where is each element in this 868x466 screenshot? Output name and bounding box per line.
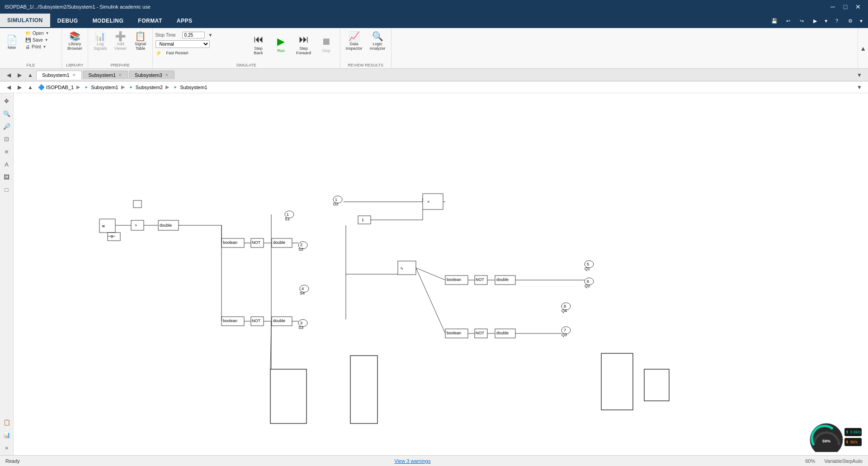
sidebar-image-button[interactable]: 🖼 [1, 171, 13, 183]
sidebar-zoom-out-button[interactable]: 🔎 [1, 120, 13, 132]
simulink-canvas: ≋ > 0 double 1 S1 boolean [14, 93, 868, 455]
svg-text:>: > [135, 223, 137, 228]
svg-text:×: × [427, 200, 429, 204]
ribbon-library-section: 📚 LibraryBrowser LIBRARY [62, 28, 88, 68]
breadcrumb-sub3[interactable]: 🔹 Subsystem1 [170, 83, 209, 91]
left-sidebar: ✥ 🔍 🔎 ⊡ ≡ A 🖼 □ 📋 📊 » [0, 93, 14, 455]
ribbon-review-section: 📈 DataInspector 🔍 LogicAnalyzer REVIEW R… [340, 28, 392, 68]
toolbar-undo-icon[interactable]: ↩ [783, 16, 793, 26]
step-forward-icon: ⏭ [299, 33, 309, 45]
svg-text:0: 0 [111, 234, 113, 239]
sidebar-filter-button[interactable]: ≡ [1, 146, 13, 157]
close-button[interactable]: ✕ [853, 3, 863, 11]
tab-subsystem3[interactable]: Subsystem3 ✕ [129, 71, 175, 79]
open-button[interactable]: 📁 Open ▼ [23, 30, 59, 37]
sidebar-expand-button[interactable]: » [1, 442, 13, 453]
canvas-area[interactable]: ≋ > 0 double 1 S1 boolean [14, 93, 868, 455]
new-button[interactable]: 📄 New [3, 30, 21, 55]
stop-button[interactable]: ⏹ Stop [316, 32, 337, 57]
sidebar-text-button[interactable]: A [1, 158, 13, 170]
svg-rect-2 [131, 220, 144, 230]
run-button[interactable]: ▶ Run [270, 32, 292, 57]
ribbon-file-section: 📄 New 📁 Open ▼ 💾 Save ▼ 🖨 Print [0, 28, 62, 68]
nav-up-button[interactable]: ▲ [25, 70, 35, 80]
svg-text:double: double [496, 331, 509, 335]
sidebar-bottom2-button[interactable]: 📊 [1, 429, 13, 441]
print-button[interactable]: 🖨 Print ▼ [23, 43, 59, 50]
sidebar-fit-button[interactable]: ⊡ [1, 133, 13, 145]
breadcrumb-isopdab[interactable]: 🔷 ISOPDAB_1 [36, 83, 75, 91]
tab-label-2: Subsystem1 [89, 72, 116, 78]
svg-text:3: 3 [300, 321, 302, 325]
menu-debug[interactable]: DEBUG [50, 14, 85, 28]
menu-simulation[interactable]: SIMULATION [0, 14, 50, 28]
toolbar-play-icon[interactable]: ▶ [810, 16, 820, 26]
svg-rect-69 [644, 369, 669, 401]
tab-close-3[interactable]: ✕ [165, 73, 169, 77]
svg-text:double: double [273, 319, 285, 323]
svg-text:double: double [496, 277, 509, 282]
svg-text:8: 8 [564, 304, 566, 309]
open-label: Open [33, 31, 43, 36]
run-icon: ▶ [277, 36, 285, 48]
maximize-button[interactable]: □ [840, 3, 851, 11]
logic-analyzer-button[interactable]: 🔍 LogicAnalyzer [367, 30, 388, 52]
step-back-button[interactable]: ⏮ StepBack [248, 32, 269, 57]
tabs-more-button[interactable]: ▼ [854, 70, 864, 80]
data-inspector-button[interactable]: 📈 DataInspector [343, 30, 365, 52]
toolbar-dropdown[interactable]: ▼ [824, 19, 828, 24]
log-signals-button[interactable]: 📊 LogSignals [91, 30, 110, 52]
signal-table-button[interactable]: 📋 SignalTable [132, 30, 150, 52]
save-button[interactable]: 💾 Save ▼ [23, 37, 59, 43]
tab-subsystem1-first[interactable]: Subsystem1 ✕ [36, 71, 82, 80]
window-title: ISOPDAB_1/.../Subsystem2/Subsystem1 - Si… [5, 4, 151, 10]
breadcrumb-isopdab-label: ISOPDAB_1 [46, 85, 74, 90]
ribbon-collapse-button[interactable]: ▲ [858, 28, 868, 68]
breadcrumb-back-button[interactable]: ◀ [4, 82, 14, 92]
prepare-buttons: 📊 LogSignals ➕ AddViewer 📋 SignalTable [91, 30, 150, 62]
menu-modeling[interactable]: MODELING [85, 14, 131, 28]
nav-back-button[interactable]: ◀ [4, 70, 14, 80]
logic-analyzer-icon: 🔍 [372, 32, 383, 41]
fast-restart-button[interactable]: Fast Restart [164, 50, 191, 56]
nav-forward-button[interactable]: ▶ [14, 70, 24, 80]
breadcrumb-sub2[interactable]: 🔹 Subsystem2 [126, 83, 165, 91]
simulation-mode-select[interactable]: Normal Accelerator Rapid Accelerator [156, 40, 210, 48]
toolbar-help-icon[interactable]: ? [832, 16, 842, 26]
sidebar-pan-button[interactable]: ✥ [1, 95, 13, 107]
svg-text:NOT: NOT [476, 331, 485, 335]
menu-apps[interactable]: APPS [170, 14, 200, 28]
tab-close-2[interactable]: ✕ [118, 73, 122, 77]
print-dropdown-arrow: ▼ [43, 45, 47, 49]
sidebar-zoom-in-button[interactable]: 🔍 [1, 108, 13, 119]
run-label: Run [277, 48, 285, 53]
step-forward-button[interactable]: ⏭ StepForward [293, 32, 315, 57]
sidebar-bottom1-button[interactable]: 📋 [1, 416, 13, 428]
breadcrumb-up-button[interactable]: ▲ [25, 82, 35, 92]
menu-format[interactable]: FORMAT [131, 14, 169, 28]
toolbar-settings-icon[interactable]: ⚙ [845, 16, 855, 26]
tab-close-1[interactable]: ✕ [72, 73, 76, 77]
expand-icon: ▼ [208, 33, 213, 38]
breadcrumb-sub1[interactable]: 🔹 Subsystem1 [81, 83, 120, 91]
sidebar-block-button[interactable]: □ [1, 184, 13, 195]
tabs-right-controls: ▼ [854, 70, 868, 80]
bread-sep-1: ▶ [76, 84, 80, 90]
add-viewer-label: AddViewer [114, 42, 127, 51]
add-viewer-button[interactable]: ➕ AddViewer [112, 30, 130, 52]
stop-time-label: Stop Time [156, 33, 180, 38]
tab-subsystem1-second[interactable]: Subsystem1 ✕ [83, 71, 128, 79]
svg-text:Q3: Q3 [561, 333, 567, 337]
add-viewer-icon: ➕ [115, 32, 126, 41]
stop-time-input[interactable] [182, 32, 205, 38]
svg-text:⬆ 0.6k/s: ⬆ 0.6k/s [845, 430, 861, 434]
status-warnings[interactable]: View 3 warnings [395, 458, 431, 464]
toolbar-more-dropdown[interactable]: ▼ [859, 19, 863, 24]
breadcrumb-more-button[interactable]: ▼ [854, 82, 864, 92]
toolbar-redo-icon[interactable]: ↪ [797, 16, 807, 26]
toolbar-save-icon[interactable]: 💾 [769, 16, 779, 26]
library-browser-button[interactable]: 📚 LibraryBrowser [65, 30, 85, 52]
save-label: Save [33, 38, 43, 43]
breadcrumb-forward-button[interactable]: ▶ [14, 82, 24, 92]
minimize-button[interactable]: ─ [827, 3, 838, 11]
